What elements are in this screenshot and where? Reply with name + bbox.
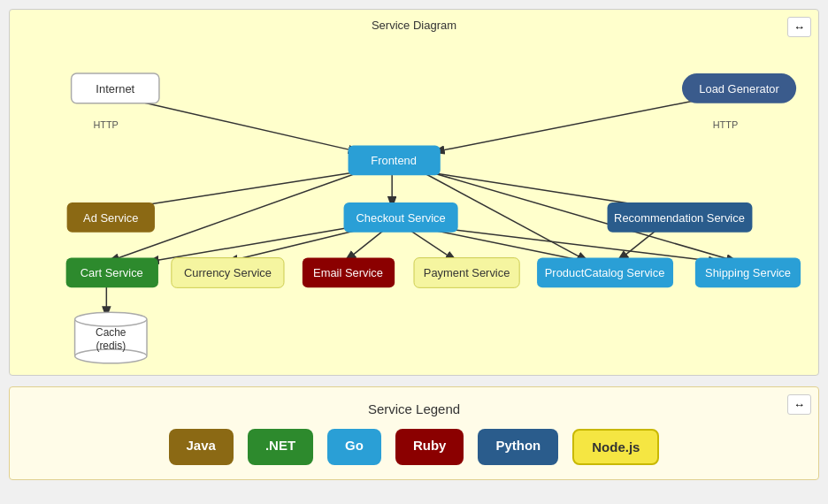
legend-items: Java.NETGoRubyPythonNode.js xyxy=(27,429,801,465)
label-http-loadgen: HTTP xyxy=(713,119,738,130)
node-internet-label: Internet xyxy=(96,82,134,95)
diagram-svg-container: HTTP HTTP xyxy=(19,39,809,366)
legend-expand-button[interactable]: ↔ xyxy=(787,394,811,415)
legend-item[interactable]: Ruby xyxy=(395,429,464,465)
legend-item[interactable]: Java xyxy=(169,429,234,465)
node-cache-label-2: (redis) xyxy=(96,340,126,352)
node-cart-service-label: Cart Service xyxy=(80,266,143,279)
node-email-service-label: Email Service xyxy=(313,266,383,279)
diagram-title: Service Diagram xyxy=(19,19,809,32)
label-http-internet: HTTP xyxy=(93,119,118,130)
legend-item[interactable]: Go xyxy=(327,429,381,465)
node-shipping-service-label: Shipping Service xyxy=(705,266,791,279)
page-container: Service Diagram ↔ HTTP HTTP xyxy=(0,0,828,489)
arrow-checkout-payment xyxy=(405,227,458,263)
node-payment-service-label: Payment Service xyxy=(424,266,510,279)
legend-panel: Service Legend ↔ Java.NETGoRubyPythonNod… xyxy=(9,386,819,480)
diagram-svg: HTTP HTTP xyxy=(19,39,809,366)
node-cache-top xyxy=(75,312,147,326)
node-frontend-label: Frontend xyxy=(371,154,417,167)
node-productcatalog-service-label: ProductCatalog Service xyxy=(545,266,665,279)
diagram-panel: Service Diagram ↔ HTTP HTTP xyxy=(9,9,819,376)
diagram-expand-button[interactable]: ↔ xyxy=(787,17,811,37)
node-recommendation-service-label: Recommendation Service xyxy=(614,211,745,225)
legend-item[interactable]: .NET xyxy=(248,429,313,465)
arrow-loadgen-frontend xyxy=(432,97,713,153)
legend-title: Service Legend xyxy=(27,401,801,416)
node-cache-label-1: Cache xyxy=(96,326,126,339)
node-checkout-service-label: Checkout Service xyxy=(356,211,446,225)
arrow-internet-frontend xyxy=(119,97,361,153)
node-ad-service-label: Ad Service xyxy=(83,211,138,225)
legend-item[interactable]: Python xyxy=(478,429,558,465)
legend-item[interactable]: Node.js xyxy=(572,429,659,465)
node-currency-service-label: Currency Service xyxy=(184,266,272,279)
arrow-frontend-adservice xyxy=(115,170,370,210)
node-load-generator-label: Load Generator xyxy=(699,82,779,95)
arrow-checkout-productcatalog xyxy=(418,227,590,263)
